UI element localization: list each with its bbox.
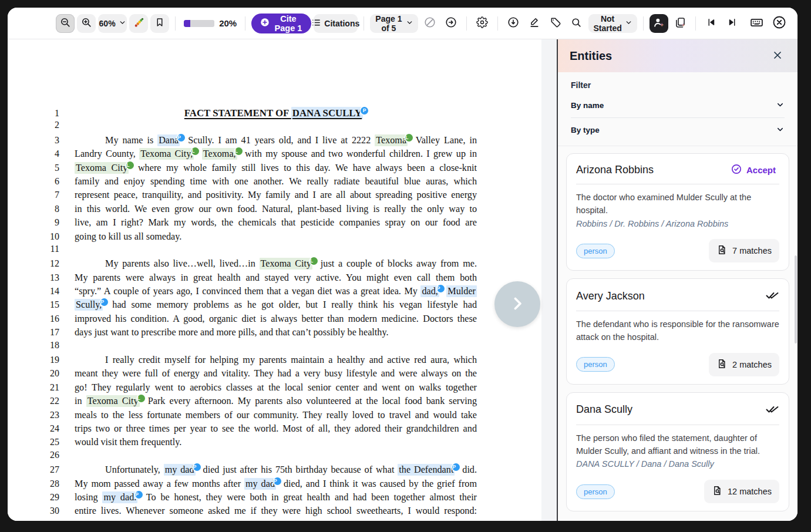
zoom-out-button[interactable] [56, 14, 75, 33]
zoom-level-value: 60% [99, 19, 116, 28]
chevron-down-icon [776, 100, 785, 111]
document-line: 25would visit them frequently. [8, 436, 541, 449]
document-line: 30entire lives. Whenever someone asked m… [8, 504, 541, 518]
text-segment: had some memory problems as he got older… [107, 299, 477, 310]
card-divider [576, 425, 779, 425]
bookmark-button[interactable] [150, 14, 169, 33]
ai-entities-button[interactable] [650, 14, 668, 33]
multicolor-highlighter-button[interactable] [129, 14, 148, 33]
document-line: 18 [8, 340, 541, 353]
entity-highlight[interactable]: Texoma City [75, 162, 129, 174]
annotate-button[interactable] [525, 14, 544, 33]
entity-highlight[interactable]: my dad. [102, 491, 137, 503]
entity-highlight[interactable]: Texoma City [260, 258, 313, 270]
line-number: 1 [8, 108, 59, 119]
zoom-level-dropdown[interactable]: 60% [98, 14, 127, 33]
matches-button[interactable]: 7 matches [709, 239, 779, 262]
screenshot-frame: 60% 20% Cite Page 1 Citations [0, 0, 811, 532]
line-text: going to kill us all someday. [75, 230, 477, 244]
person-entity-badge[interactable]: P [193, 463, 201, 471]
line-number: 27 [8, 464, 59, 475]
entity-highlight[interactable]: Texoma City [86, 395, 140, 407]
search-button[interactable] [567, 14, 586, 33]
entity-card-footer: person 2 matches [576, 353, 779, 376]
first-page-button[interactable] [702, 14, 721, 33]
skip-end-icon [727, 17, 738, 29]
double-check-icon [765, 402, 779, 418]
document-search-icon [716, 244, 728, 257]
expand-panel-button[interactable] [494, 281, 540, 327]
line-number: 15 [8, 299, 59, 310]
entity-highlight[interactable]: my dad [244, 478, 276, 490]
zoom-in-button[interactable] [77, 14, 96, 33]
go-to-next-button[interactable] [442, 14, 460, 33]
skip-page-button[interactable] [420, 14, 439, 33]
entity-highlight[interactable]: Texoma [375, 134, 408, 146]
matches-button[interactable]: 2 matches [709, 353, 779, 376]
toolbar-divider [364, 16, 364, 31]
page-indicator-dropdown[interactable]: Page 1 of 5 [370, 14, 418, 33]
entity-highlight[interactable]: Texoma, [202, 148, 237, 160]
line-number: 25 [8, 437, 59, 447]
close-viewer-button[interactable] [769, 14, 789, 33]
entity-card-footer: person 7 matches [576, 239, 779, 262]
filter-by-type[interactable]: By type [571, 118, 785, 142]
panel-title: Entities [570, 49, 612, 63]
zoom-in-icon [81, 17, 92, 30]
ai-pages-button[interactable] [671, 14, 689, 33]
person-entity-badge[interactable]: P [437, 285, 445, 292]
text-segment: represent peace, tranquility, and positi… [75, 190, 477, 200]
entity-highlight[interactable]: Texoma City, [139, 148, 194, 160]
double-check-icon [765, 288, 779, 304]
line-text: meant they were full of energy and vital… [75, 367, 477, 381]
pages-sparkle-icon [674, 16, 687, 31]
filter-by-name[interactable]: By name [571, 93, 785, 117]
line-number: 30 [8, 506, 59, 516]
bookmark-icon [154, 17, 165, 29]
download-button[interactable] [504, 14, 523, 33]
last-page-button[interactable] [723, 14, 742, 33]
line-text: represent peace, tranquility, and positi… [75, 188, 477, 202]
line-text: I really credit myself for helping my pa… [75, 353, 477, 367]
line-number: 10 [8, 231, 59, 242]
close-panel-button[interactable] [769, 47, 786, 65]
location-entity-badge[interactable]: L [126, 161, 134, 169]
accept-entity-button[interactable]: Accept [727, 163, 779, 177]
entity-card[interactable]: Arizona Robbins Accept The doctor who ex… [566, 153, 789, 271]
pencil-underline-icon [529, 16, 540, 30]
entity-card[interactable]: Avery Jackson The defendant who is respo… [566, 278, 789, 385]
text-segment: Unfortunately, [105, 464, 164, 475]
entity-highlight[interactable]: Mulder [446, 285, 477, 297]
settings-button[interactable] [473, 14, 492, 33]
location-entity-badge[interactable]: L [405, 134, 413, 142]
tag-button[interactable] [546, 14, 565, 33]
line-number: 22 [8, 396, 59, 406]
location-entity-badge[interactable]: L [137, 395, 145, 402]
document-search-icon [712, 485, 723, 498]
entity-highlight[interactable]: the Defendant [398, 464, 455, 476]
text-segment: improved his condition. A good, organic … [75, 314, 477, 324]
entity-highlight[interactable]: Dana [157, 134, 180, 146]
entity-card[interactable]: Dana Scully The person who filed the sta… [566, 392, 789, 511]
cite-page-button[interactable]: Cite Page 1 [251, 14, 311, 33]
document-line: 19I really credit myself for helping my … [8, 353, 541, 367]
location-entity-badge[interactable]: L [235, 147, 243, 155]
matches-button[interactable]: 12 matches [704, 480, 779, 503]
text-segment: just a couple of blocks away from me. [317, 258, 477, 269]
line-number: 28 [8, 479, 59, 489]
entity-highlight[interactable]: Scully, [75, 299, 103, 311]
person-entity-badge[interactable]: P [274, 477, 281, 485]
text-segment: trips two or three times per year to see… [75, 423, 477, 434]
entity-highlight[interactable]: DANA SCULLY [291, 107, 363, 119]
line-number: 21 [8, 382, 59, 393]
citations-button[interactable]: Citations [314, 14, 358, 33]
status-dropdown[interactable]: Not Started [588, 14, 637, 33]
person-entity-badge[interactable]: P [361, 107, 368, 115]
entities-panel: Entities Filter By name By type [557, 39, 797, 521]
document-line: 28My mom passed away a few months after … [8, 477, 541, 491]
keyboard-shortcuts-button[interactable] [746, 14, 766, 33]
tag-icon [550, 16, 561, 30]
panel-scrollbar[interactable] [795, 255, 797, 344]
text-segment: did. [459, 464, 477, 475]
entity-highlight[interactable]: my dad [164, 464, 196, 476]
